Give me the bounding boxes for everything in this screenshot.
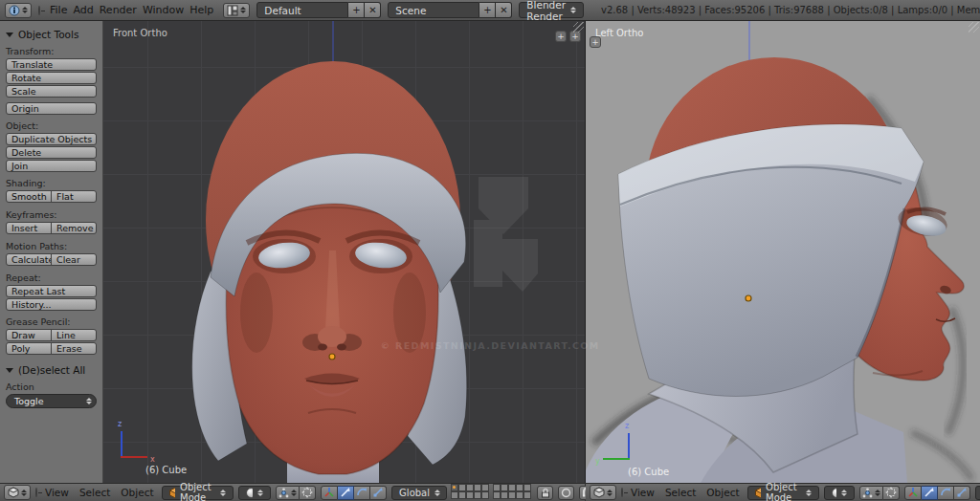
menu-select[interactable]: Select (662, 487, 699, 498)
menu-file[interactable]: File (47, 4, 70, 16)
scale-button[interactable]: Scale (6, 85, 97, 98)
area-resize-grip[interactable] (573, 22, 584, 33)
proportional-edit-button[interactable] (558, 486, 574, 500)
transform-label: Transform: (6, 46, 97, 56)
layers-grid-2[interactable] (494, 485, 532, 500)
erase-button[interactable]: Erase (51, 342, 97, 355)
manipulator-toggle-button[interactable] (883, 486, 900, 500)
menu-object[interactable]: Object (118, 487, 156, 498)
scene-field[interactable]: Scene (388, 2, 479, 18)
panel-object-tools[interactable]: Object Tools (6, 29, 97, 40)
pivot-median-icon (862, 488, 873, 498)
dropdown-arrows-icon (22, 7, 28, 13)
translate-manipulator-button[interactable] (922, 486, 938, 500)
scale-manipulator-button[interactable] (370, 486, 387, 500)
scale-manipulator-button[interactable] (954, 486, 970, 500)
grease-pencil-label: Grease Pencil: (6, 316, 97, 327)
menu-view[interactable]: View (42, 487, 72, 498)
render-engine-dropdown[interactable]: Blender Render (519, 2, 584, 18)
menu-window[interactable]: Window (140, 4, 187, 16)
proportional-circle-icon (561, 488, 571, 498)
menu-help[interactable]: Help (187, 4, 216, 16)
pivot-point-dropdown[interactable] (859, 486, 883, 500)
screen-layout-field[interactable]: Default (256, 2, 348, 18)
editor-type-button[interactable] (5, 3, 32, 18)
shading-label: Shading: (6, 178, 97, 188)
mode-dropdown[interactable]: Object Mode (747, 486, 820, 500)
dropdown-arrows-icon (86, 398, 92, 404)
viewport-shading-dropdown[interactable] (824, 486, 855, 500)
pivot-median-icon (278, 488, 289, 498)
panel-deselect-all[interactable]: (De)select All (6, 364, 97, 376)
manipulator-axes-button[interactable] (904, 486, 922, 500)
transform-orientation-dropdown[interactable]: Global (391, 486, 447, 500)
poly-button[interactable]: Poly (6, 342, 52, 355)
viewport-label: Left Ortho (595, 28, 643, 38)
object-label: Object: (6, 120, 97, 131)
rotate-button[interactable]: Rotate (6, 72, 97, 84)
area-split-handle[interactable]: + (555, 31, 567, 42)
scale-arrow-icon (956, 487, 968, 498)
manipulator-axes-button[interactable] (321, 486, 338, 500)
area-split-handle[interactable]: + (590, 36, 601, 48)
lock-to-scene-button[interactable] (537, 486, 553, 500)
rotate-arc-icon (940, 487, 951, 498)
line-button[interactable]: Line (51, 329, 97, 341)
scale-arrow-icon (372, 487, 384, 498)
scene-stats: v2.68 | Verts:48923 | Faces:95206 | Tris… (601, 5, 980, 15)
rotate-manipulator-button[interactable] (938, 486, 954, 500)
viewport-shading-dropdown[interactable] (238, 486, 271, 500)
pivot-point-dropdown[interactable] (276, 486, 300, 500)
translate-button[interactable]: Translate (6, 58, 97, 71)
insert-keyframe-button[interactable]: Insert (6, 222, 52, 234)
active-object-label: (6) Cube (628, 467, 669, 477)
join-button[interactable]: Join (6, 160, 97, 172)
area-divider[interactable] (585, 21, 586, 483)
duplicate-objects-button[interactable]: Duplicate Objects (6, 133, 97, 145)
add-scene-button[interactable]: + (479, 2, 496, 18)
smooth-button[interactable]: Smooth (6, 190, 52, 203)
draw-button[interactable]: Draw (6, 329, 52, 341)
deviantart-logo-watermark (431, 151, 546, 294)
collapse-menus-icon[interactable] (35, 488, 37, 497)
side-head-render (586, 21, 980, 483)
translate-manipulator-button[interactable] (338, 486, 354, 500)
viewport-left-ortho[interactable]: Left Ortho (6) Cube z y + (586, 21, 980, 483)
add-layout-button[interactable]: + (348, 2, 365, 18)
area-resize-grip[interactable] (969, 22, 979, 33)
collapse-menus-icon[interactable] (38, 6, 40, 15)
close-layout-button[interactable]: ✕ (365, 2, 381, 18)
origin-button[interactable]: Origin (6, 102, 97, 115)
dropdown-arrows-icon (240, 7, 246, 13)
panel-collapse-icon (6, 33, 13, 37)
history-button[interactable]: History... (6, 298, 97, 311)
screen-layout-icon-button[interactable] (223, 3, 250, 18)
collapse-menus-icon[interactable] (621, 488, 623, 497)
repeat-last-button[interactable]: Repeat Last (6, 285, 97, 297)
dropdown-arrows-icon (434, 490, 440, 496)
remove-keyframe-button[interactable]: Remove (51, 222, 97, 234)
editor-type-button[interactable] (4, 485, 31, 500)
calculate-button[interactable]: Calculate (6, 253, 52, 266)
manipulator-toggle-button[interactable] (300, 486, 316, 500)
mini-axis-widget: z y (595, 425, 653, 468)
clear-button[interactable]: Clear (51, 253, 97, 266)
object-mode-cube-icon (755, 488, 761, 498)
transform-orientation-dropdown[interactable]: Global (975, 486, 980, 500)
menu-object[interactable]: Object (703, 487, 742, 498)
menu-add[interactable]: Add (70, 4, 96, 16)
layers-grid-1[interactable] (452, 485, 490, 500)
action-toggle-dropdown[interactable]: Toggle (6, 394, 97, 408)
flat-button[interactable]: Flat (51, 190, 97, 203)
menu-view[interactable]: View (628, 487, 657, 498)
main-menubar: File Add Render Window Help (47, 4, 216, 16)
mode-dropdown[interactable]: Object Mode (162, 486, 234, 500)
delete-button[interactable]: Delete (6, 146, 97, 159)
view3d-editor-icon (8, 487, 19, 498)
menu-render[interactable]: Render (97, 4, 140, 16)
editor-type-button[interactable] (590, 485, 616, 500)
rotate-manipulator-button[interactable] (354, 486, 370, 500)
close-scene-button[interactable]: ✕ (496, 2, 512, 18)
menu-select[interactable]: Select (77, 487, 113, 498)
solid-shading-sphere-icon (246, 488, 253, 498)
